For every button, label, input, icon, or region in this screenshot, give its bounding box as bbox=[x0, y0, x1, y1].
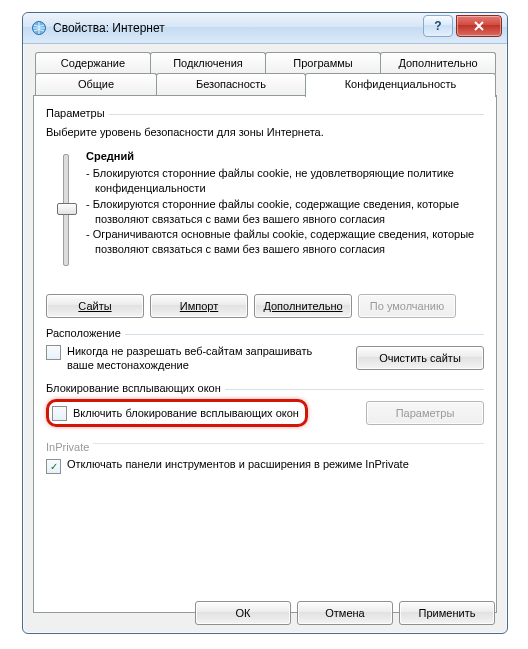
group-parameters: Параметры Выберите уровень безопасности … bbox=[46, 106, 484, 318]
slider-thumb[interactable] bbox=[57, 203, 77, 215]
window-title: Свойства: Интернет bbox=[53, 21, 165, 35]
apply-button[interactable]: Применить bbox=[399, 601, 495, 625]
internet-options-icon bbox=[31, 20, 47, 36]
location-checkbox-label: Никогда не разрешать веб-сайтам запрашив… bbox=[67, 344, 326, 373]
group-parameters-label: Параметры bbox=[46, 107, 109, 119]
group-inprivate-label: InPrivate bbox=[46, 441, 93, 453]
popup-blocker-label: Включить блокирование всплывающих окон bbox=[73, 407, 299, 419]
ok-button[interactable]: ОК bbox=[195, 601, 291, 625]
privacy-level-name: Средний bbox=[86, 150, 484, 162]
popup-highlight: Включить блокирование всплывающих окон bbox=[46, 399, 308, 427]
location-checkbox[interactable] bbox=[46, 345, 61, 360]
privacy-level-desc: - Блокируются сторонние файлы cookie, не… bbox=[86, 166, 484, 257]
tab-panel-privacy: Параметры Выберите уровень безопасности … bbox=[33, 95, 497, 613]
dialog-content: Содержание Подключения Программы Дополни… bbox=[23, 44, 507, 623]
group-inprivate: InPrivate ✓ Отключать панели инструменто… bbox=[46, 435, 484, 474]
inprivate-checkbox[interactable]: ✓ bbox=[46, 459, 61, 474]
privacy-slider[interactable] bbox=[46, 148, 86, 284]
import-button[interactable]: Импорт bbox=[150, 294, 248, 318]
popup-blocker-checkbox[interactable] bbox=[52, 406, 67, 421]
dialog-window: Свойства: Интернет ? Содержание Подключе… bbox=[22, 12, 508, 634]
cancel-button[interactable]: Отмена bbox=[297, 601, 393, 625]
tab-connections[interactable]: Подключения bbox=[150, 52, 266, 74]
close-button[interactable] bbox=[456, 15, 502, 37]
help-button[interactable]: ? bbox=[423, 15, 453, 37]
sites-button[interactable]: Сайты bbox=[46, 294, 144, 318]
titlebar[interactable]: Свойства: Интернет ? bbox=[23, 13, 507, 44]
tab-strip: Содержание Подключения Программы Дополни… bbox=[33, 52, 497, 96]
advanced-button[interactable]: Дополнительно bbox=[254, 294, 352, 318]
close-icon bbox=[474, 21, 484, 31]
privacy-zone-desc: Выберите уровень безопасности для зоны И… bbox=[46, 126, 484, 138]
group-popup-blocker: Блокирование всплывающих окон Включить б… bbox=[46, 381, 484, 427]
group-location-label: Расположение bbox=[46, 327, 125, 339]
tab-advanced[interactable]: Дополнительно bbox=[380, 52, 496, 74]
popup-params-button: Параметры bbox=[366, 401, 484, 425]
group-location: Расположение Никогда не разрешать веб-са… bbox=[46, 326, 484, 373]
tab-security[interactable]: Безопасность bbox=[156, 73, 306, 95]
group-popup-label: Блокирование всплывающих окон bbox=[46, 382, 225, 394]
tab-programs[interactable]: Программы bbox=[265, 52, 381, 74]
dialog-footer: ОК Отмена Применить bbox=[23, 601, 507, 625]
tab-content[interactable]: Содержание bbox=[35, 52, 151, 74]
clear-sites-button[interactable]: Очистить сайты bbox=[356, 346, 484, 370]
inprivate-checkbox-label: Отключать панели инструментов и расширен… bbox=[67, 458, 409, 470]
tab-general[interactable]: Общие bbox=[35, 73, 157, 95]
tab-privacy[interactable]: Конфиденциальность bbox=[305, 73, 496, 97]
default-button: По умолчанию bbox=[358, 294, 456, 318]
